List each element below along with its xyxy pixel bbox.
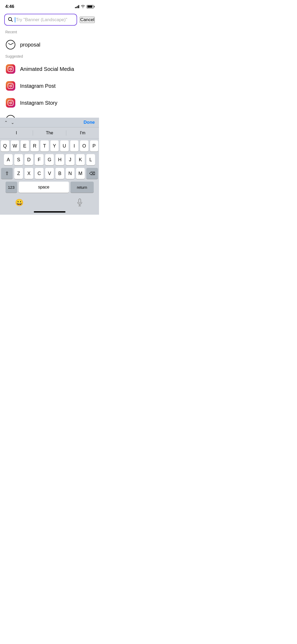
svg-rect-5 bbox=[79, 199, 81, 203]
key-a[interactable]: A bbox=[4, 154, 13, 165]
key-h[interactable]: H bbox=[55, 154, 64, 165]
arrow-down-button[interactable]: ⌄ bbox=[11, 120, 14, 125]
instagram-icon bbox=[5, 81, 16, 91]
keyboard-bottom-row: 😀 bbox=[0, 196, 99, 210]
recent-item-label: proposal bbox=[20, 42, 40, 48]
status-time: 4:46 bbox=[5, 4, 14, 9]
status-icons bbox=[75, 5, 94, 9]
key-row-3: ⇧ Z X C V B N M ⌫ bbox=[1, 168, 98, 179]
instagram-icon bbox=[5, 98, 16, 108]
suggested-item-label: Animated Social Media bbox=[20, 66, 74, 72]
recent-item-proposal[interactable]: proposal bbox=[0, 36, 99, 53]
key-b[interactable]: B bbox=[55, 168, 64, 179]
key-c[interactable]: C bbox=[35, 168, 44, 179]
recent-section-label: Recent bbox=[0, 29, 99, 36]
key-g[interactable]: G bbox=[45, 154, 54, 165]
key-s[interactable]: S bbox=[14, 154, 23, 165]
home-indicator bbox=[34, 211, 65, 213]
search-box[interactable]: Try "Banner (Landscape)" bbox=[4, 14, 77, 26]
arrow-up-button[interactable]: ⌃ bbox=[4, 120, 8, 125]
keyboard-keys: Q W E R T Y U I O P A S D F G H J K L ⇧ … bbox=[0, 139, 99, 196]
key-k[interactable]: K bbox=[76, 154, 85, 165]
text-cursor bbox=[15, 17, 15, 22]
keyboard-section: ⌃ ⌄ Done I The I'm Q W E R T Y U I O P A… bbox=[0, 118, 99, 215]
key-o[interactable]: O bbox=[80, 140, 88, 151]
autocomplete-word-1[interactable]: I bbox=[0, 130, 33, 136]
shift-key[interactable]: ⇧ bbox=[1, 168, 13, 179]
key-r[interactable]: R bbox=[31, 140, 39, 151]
keyboard-toolbar: ⌃ ⌄ Done bbox=[0, 118, 99, 127]
suggested-section-label: Suggested bbox=[0, 53, 99, 61]
numbers-key[interactable]: 123 bbox=[6, 182, 17, 193]
suggested-item-instagram-story[interactable]: Instagram Story bbox=[0, 94, 99, 111]
status-bar: 4:46 bbox=[0, 0, 99, 12]
key-j[interactable]: J bbox=[66, 154, 74, 165]
autocomplete-bar: I The I'm bbox=[0, 127, 99, 139]
key-w[interactable]: W bbox=[11, 140, 19, 151]
space-key[interactable]: space bbox=[19, 182, 69, 193]
key-t[interactable]: T bbox=[40, 140, 49, 151]
key-z[interactable]: Z bbox=[14, 168, 23, 179]
search-icon bbox=[8, 17, 13, 22]
delete-key[interactable]: ⌫ bbox=[86, 168, 98, 179]
key-l[interactable]: L bbox=[86, 154, 95, 165]
key-f[interactable]: F bbox=[35, 154, 44, 165]
signal-icon bbox=[75, 5, 79, 8]
search-placeholder: Try "Banner (Landscape)" bbox=[16, 17, 67, 22]
return-key[interactable]: return bbox=[70, 182, 94, 193]
search-container: Try "Banner (Landscape)" Cancel bbox=[0, 12, 99, 29]
autocomplete-word-3[interactable]: I'm bbox=[66, 130, 99, 136]
key-x[interactable]: X bbox=[25, 168, 33, 179]
key-v[interactable]: V bbox=[45, 168, 54, 179]
key-row-4: 123 space return bbox=[1, 182, 98, 193]
emoji-key[interactable]: 😀 bbox=[4, 197, 34, 208]
suggested-item-label: Instagram Post bbox=[20, 83, 56, 89]
wifi-icon bbox=[81, 5, 85, 9]
key-d[interactable]: D bbox=[25, 154, 33, 165]
clock-icon bbox=[5, 39, 16, 50]
instagram-icon bbox=[5, 64, 16, 74]
battery-icon bbox=[87, 5, 94, 8]
key-u[interactable]: U bbox=[60, 140, 69, 151]
key-i[interactable]: I bbox=[70, 140, 79, 151]
toolbar-arrows: ⌃ ⌄ bbox=[4, 120, 14, 125]
svg-line-1 bbox=[11, 20, 13, 22]
suggested-item-animated-social-media[interactable]: Animated Social Media bbox=[0, 61, 99, 77]
suggested-item-label: Instagram Story bbox=[20, 100, 57, 106]
key-q[interactable]: Q bbox=[1, 140, 9, 151]
key-p[interactable]: P bbox=[90, 140, 98, 151]
done-button[interactable]: Done bbox=[84, 120, 95, 125]
suggested-item-instagram-post[interactable]: Instagram Post bbox=[0, 77, 99, 94]
key-m[interactable]: M bbox=[76, 168, 85, 179]
autocomplete-word-2[interactable]: The bbox=[33, 130, 66, 136]
microphone-key[interactable] bbox=[65, 197, 95, 208]
cancel-button[interactable]: Cancel bbox=[80, 17, 95, 23]
key-y[interactable]: Y bbox=[50, 140, 59, 151]
key-row-1: Q W E R T Y U I O P bbox=[1, 140, 98, 151]
key-n[interactable]: N bbox=[66, 168, 74, 179]
key-row-2: A S D F G H J K L bbox=[1, 154, 98, 165]
search-input[interactable]: Try "Banner (Landscape)" bbox=[15, 17, 73, 22]
key-e[interactable]: E bbox=[21, 140, 29, 151]
